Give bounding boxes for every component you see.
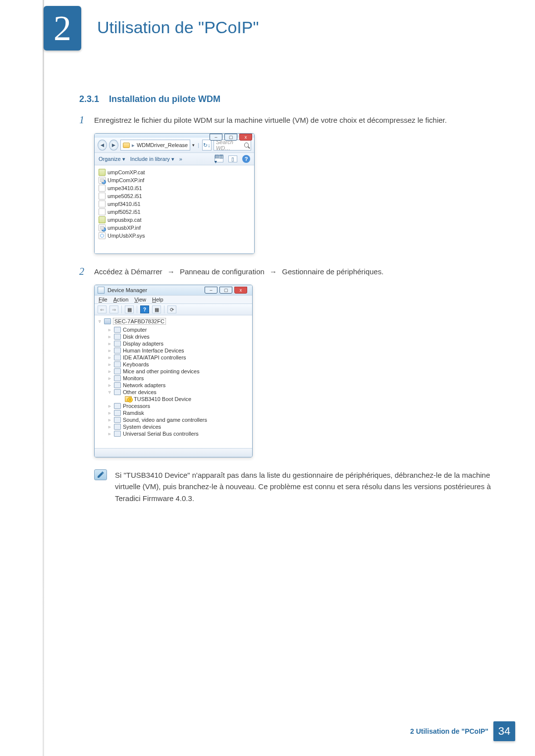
note-text: Si "TUSB3410 Device" n'apparaît pas dans…: [115, 469, 495, 504]
tree-expand-icon[interactable]: ▹: [107, 425, 112, 429]
tree-expand-icon[interactable]: ▹: [107, 432, 112, 436]
close-button[interactable]: x: [234, 287, 247, 294]
dm-titlebar: Device Manager – ▢ x: [95, 285, 252, 295]
tree-expand-icon[interactable]: ▹: [107, 355, 112, 360]
nav-forward-button[interactable]: ►: [109, 140, 118, 151]
file-item[interactable]: umpusbXP.inf: [99, 224, 250, 232]
search-input[interactable]: Search WD…: [214, 140, 251, 151]
toolbar-separator: [164, 305, 164, 313]
step-2: 2 Accédez à Démarrer → Panneau de config…: [79, 266, 495, 278]
dm-tree-node[interactable]: ▹Monitors: [98, 375, 249, 382]
breadcrumb[interactable]: ▸ WDMDriver_Release: [120, 140, 190, 151]
dm-tree-node[interactable]: ▹Disk drives: [98, 333, 249, 340]
dm-tb-icon[interactable]: ▦: [125, 305, 134, 313]
section-heading: 2.3.1 Installation du pilote WDM: [79, 94, 495, 104]
dm-tree-node[interactable]: ▹Keyboards: [98, 361, 249, 368]
step-1: 1 Enregistrez le fichier du pilote WDM s…: [79, 114, 495, 126]
file-item[interactable]: UmpUsbXP.sys: [99, 232, 250, 240]
nav-back-button[interactable]: ◄: [98, 140, 107, 151]
tree-expand-icon[interactable]: ▹: [107, 328, 112, 332]
file-icon: [99, 169, 106, 176]
dm-node-label: Computer: [123, 327, 147, 333]
device-category-icon: [114, 382, 121, 388]
file-item[interactable]: umpf5052.i51: [99, 208, 250, 216]
breadcrumb-dropdown[interactable]: ▾: [192, 143, 195, 148]
dm-tree-node[interactable]: ▹Sound, video and game controllers: [98, 416, 249, 423]
file-name: umpe5052.i51: [107, 193, 142, 199]
menu-view[interactable]: View: [134, 297, 146, 302]
dm-tree-node[interactable]: ▿Other devices: [98, 389, 249, 396]
dm-tree-node[interactable]: ▹IDE ATA/ATAPI controllers: [98, 354, 249, 361]
dm-tree-leaf[interactable]: TUSB3410 Boot Device: [98, 396, 249, 403]
include-in-library-button[interactable]: Include in library ▾: [130, 156, 174, 162]
file-item[interactable]: umpe5052.i51: [99, 192, 250, 200]
maximize-button[interactable]: ▢: [224, 134, 237, 141]
dm-node-label: Monitors: [123, 375, 144, 381]
tree-expand-icon[interactable]: ▹: [107, 342, 112, 346]
dm-tree-node[interactable]: ▹Display adapters: [98, 340, 249, 347]
dm-node-label: Keyboards: [123, 361, 149, 367]
minimize-button[interactable]: –: [210, 134, 222, 141]
menu-action[interactable]: Action: [113, 297, 129, 302]
file-item[interactable]: umpComXP.cat: [99, 168, 250, 176]
tree-expand-icon[interactable]: ▹: [107, 362, 112, 367]
help-icon[interactable]: ?: [242, 155, 250, 163]
views-button[interactable]: ▤▥ ▾: [214, 155, 223, 162]
refresh-button[interactable]: ↻↓: [202, 140, 212, 151]
dm-tree-node[interactable]: ▹Computer: [98, 326, 249, 333]
close-button[interactable]: x: [239, 134, 252, 141]
minimize-button[interactable]: –: [205, 287, 217, 294]
tree-expand-icon[interactable]: ▹: [107, 369, 112, 374]
maximize-button[interactable]: ▢: [219, 287, 232, 294]
dm-tree-node[interactable]: ▹Universal Serial Bus controllers: [98, 430, 249, 437]
dm-tree-node[interactable]: ▹Network adapters: [98, 382, 249, 389]
dm-tb-icon[interactable]: ⟳: [167, 305, 176, 313]
tree-expand-icon: [118, 397, 123, 402]
device-manager-screenshot: Device Manager – ▢ x File Action View He…: [94, 285, 495, 457]
menu-file[interactable]: File: [99, 297, 107, 302]
tree-collapse-icon[interactable]: ▿: [98, 319, 102, 324]
toolbar-overflow-button[interactable]: »: [179, 156, 182, 162]
nav-separator: |: [197, 142, 200, 148]
footer-chapter-label: 2 Utilisation de "PCoIP": [410, 727, 488, 735]
dm-tree-node[interactable]: ▹Human Interface Devices: [98, 347, 249, 354]
views-icon: ▤▥ ▾: [214, 155, 223, 162]
file-item[interactable]: umpf3410.i51: [99, 200, 250, 208]
tree-expand-icon[interactable]: ▹: [107, 418, 112, 422]
file-item[interactable]: UmpComXP.inf: [99, 176, 250, 184]
dm-tree-node[interactable]: ▹Ramdisk: [98, 409, 249, 416]
step-text-post: .: [381, 267, 383, 276]
explorer-screenshot: – ▢ x ◄ ► ▸ WDMDriver_Release ▾ | ↻↓: [94, 133, 495, 254]
tree-expand-icon[interactable]: ▹: [107, 349, 112, 353]
tree-collapse-icon[interactable]: ▿: [107, 390, 112, 395]
dm-help-icon[interactable]: ?: [140, 305, 149, 313]
tree-expand-icon[interactable]: ▹: [107, 411, 112, 415]
info-note: Si "TUSB3410 Device" n'apparaît pas dans…: [94, 469, 495, 504]
dm-nav-back[interactable]: ⇐: [98, 305, 107, 313]
step-number: 2: [79, 266, 94, 278]
dm-tree-node[interactable]: ▹Mice and other pointing devices: [98, 368, 249, 375]
file-item[interactable]: umpusbxp.cat: [99, 216, 250, 224]
preview-pane-button[interactable]: ▯: [228, 155, 237, 162]
file-name: umpe3410.i51: [107, 185, 142, 191]
unknown-device-icon: [125, 396, 132, 402]
dm-root-label: SEC-7AFBD7832FC: [113, 318, 166, 325]
dm-nav-forward[interactable]: ⇒: [109, 305, 118, 313]
file-icon: [99, 185, 106, 192]
tree-expand-icon[interactable]: ▹: [107, 376, 112, 381]
dm-tree-node[interactable]: ▹System devices: [98, 423, 249, 430]
dm-tree-node[interactable]: ▹Processors: [98, 403, 249, 409]
tree-expand-icon[interactable]: ▹: [107, 404, 112, 408]
page-footer: 2 Utilisation de "PCoIP" 34: [410, 721, 515, 741]
explorer-toolbar: Organize ▾ Include in library ▾ » ▤▥ ▾ ▯…: [95, 152, 254, 165]
dm-node-label: TUSB3410 Boot Device: [134, 396, 191, 402]
breadcrumb-separator-icon: ▸: [132, 142, 135, 149]
file-item[interactable]: umpe3410.i51: [99, 184, 250, 192]
tree-expand-icon[interactable]: ▹: [107, 335, 112, 339]
menu-help[interactable]: Help: [152, 297, 163, 302]
tree-expand-icon[interactable]: ▹: [107, 383, 112, 388]
dm-tb-icon[interactable]: ▦: [152, 305, 161, 313]
dm-tree-root[interactable]: ▿ SEC-7AFBD7832FC: [98, 317, 249, 326]
organize-button[interactable]: Organize ▾: [99, 156, 125, 162]
step-number: 1: [79, 114, 94, 126]
